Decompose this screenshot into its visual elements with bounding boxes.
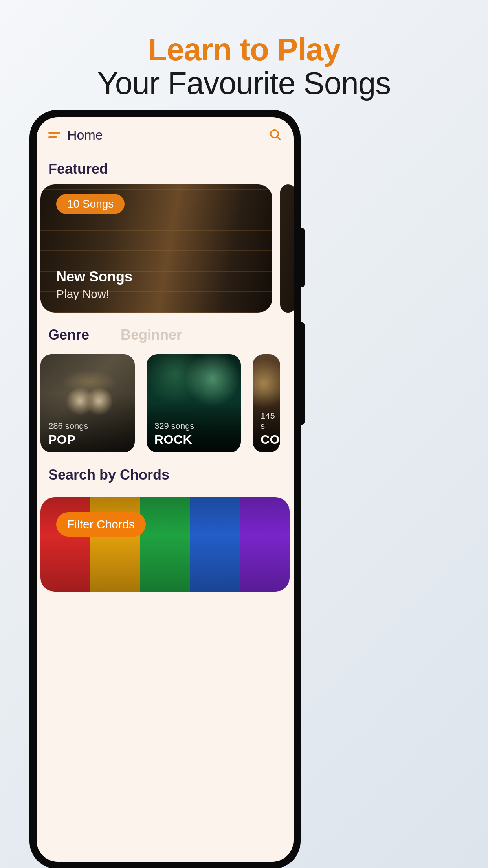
featured-card-subtitle: Play Now!: [56, 287, 109, 301]
genre-card-rock[interactable]: 329 songs ROCK: [147, 354, 241, 452]
app-header: Home: [37, 117, 294, 147]
search-icon[interactable]: [268, 128, 282, 143]
genre-name: POP: [48, 432, 75, 447]
promo-header: Learn to Play Your Favourite Songs: [0, 0, 488, 117]
featured-carousel[interactable]: 10 Songs New Songs Play Now!: [37, 184, 294, 313]
genre-name: ROCK: [154, 432, 192, 447]
featured-card-title: New Songs: [56, 268, 132, 285]
search-by-chords-card[interactable]: Filter Chords: [40, 497, 290, 592]
promo-line1: Learn to Play: [0, 31, 488, 68]
genre-song-count: 145 s: [261, 411, 280, 431]
genre-tabs: Genre Beginner: [37, 313, 294, 347]
tab-genre[interactable]: Genre: [48, 327, 89, 343]
tab-beginner[interactable]: Beginner: [121, 327, 182, 343]
filter-chords-button[interactable]: Filter Chords: [56, 512, 146, 537]
songs-count-badge: 10 Songs: [56, 194, 125, 214]
phone-frame: Home Featured 10 Songs New Songs Play No…: [29, 110, 301, 868]
featured-section-title: Featured: [37, 147, 294, 184]
genre-name: CO: [261, 432, 280, 447]
genre-song-count: 329 songs: [154, 421, 194, 431]
search-chords-section-title: Search by Chords: [37, 452, 294, 490]
svg-line-1: [277, 136, 280, 139]
phone-side-button: [301, 228, 305, 287]
phone-side-button: [301, 322, 305, 425]
genre-card-pop[interactable]: 286 songs POP: [40, 354, 135, 452]
genre-card-peek[interactable]: 145 s CO: [253, 354, 280, 452]
menu-icon[interactable]: [48, 132, 60, 138]
genre-song-count: 286 songs: [48, 421, 88, 431]
promo-line2: Your Favourite Songs: [0, 65, 488, 101]
featured-card[interactable]: 10 Songs New Songs Play Now!: [40, 184, 272, 313]
featured-card-peek[interactable]: [280, 184, 294, 313]
page-title: Home: [67, 127, 268, 143]
genre-carousel[interactable]: 286 songs POP 329 songs ROCK 145 s CO: [37, 347, 294, 452]
phone-screen: Home Featured 10 Songs New Songs Play No…: [37, 117, 294, 862]
